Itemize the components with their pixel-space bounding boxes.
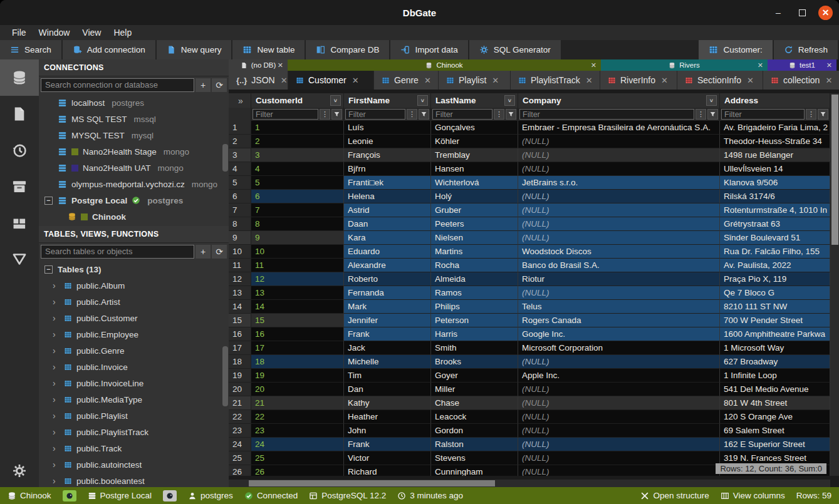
cell-company[interactable]: Google Inc.: [518, 327, 720, 341]
cell-rownum[interactable]: 22: [229, 410, 251, 424]
cell-company[interactable]: (NULL): [518, 286, 720, 300]
cell-firstname[interactable]: Roberto: [344, 272, 431, 286]
cell-rownum[interactable]: 19: [229, 369, 251, 383]
cell-address[interactable]: 1 Microsoft Way: [720, 341, 830, 355]
cell-company[interactable]: (NULL): [518, 451, 720, 465]
cell-lastname[interactable]: Hansen: [431, 162, 518, 176]
cell-customerid[interactable]: 16: [251, 327, 344, 341]
cell-lastname[interactable]: Gordon: [431, 424, 518, 438]
cell-firstname[interactable]: Eduardo: [344, 245, 431, 259]
cell-firstname[interactable]: Franti□ek: [344, 176, 431, 190]
cell-company[interactable]: Telus: [518, 300, 720, 314]
cell-customerid[interactable]: 1: [251, 121, 344, 135]
cell-address[interactable]: 541 Del Medio Avenue: [720, 383, 830, 396]
cell-firstname[interactable]: Helena: [344, 190, 431, 203]
cell-customerid[interactable]: 22: [251, 410, 344, 424]
cell-company[interactable]: Rogers Canada: [518, 314, 720, 327]
cell-rownum[interactable]: 11: [229, 259, 251, 272]
cell-customerid[interactable]: 13: [251, 286, 344, 300]
cell-rownum[interactable]: 4: [229, 162, 251, 176]
cell-rownum[interactable]: 1: [229, 121, 251, 135]
add-connection-plus-button[interactable]: +: [195, 78, 211, 92]
cell-rownum[interactable]: 8: [229, 217, 251, 231]
cell-customerid[interactable]: 26: [251, 465, 344, 476]
vertical-scrollbar[interactable]: [830, 93, 839, 476]
connection-item[interactable]: olympus-medportal.vychozi.czmongo: [39, 176, 229, 192]
tables-refresh-button[interactable]: ⟳: [212, 245, 227, 259]
cell-rownum[interactable]: 15: [229, 314, 251, 327]
cell-customerid[interactable]: 18: [251, 355, 344, 369]
table-item[interactable]: ›public.MediaType: [39, 391, 229, 408]
cell-rownum[interactable]: 3: [229, 148, 251, 162]
cell-firstname[interactable]: Kathy: [344, 396, 431, 410]
close-icon[interactable]: ✕: [591, 61, 597, 69]
cell-address[interactable]: Klanova 9/506: [720, 176, 830, 190]
column-dropdown-icon[interactable]: ˅: [504, 95, 515, 106]
close-icon[interactable]: ✕: [352, 76, 359, 85]
filter-input-firstname[interactable]: [345, 109, 405, 120]
cell-address[interactable]: 69 Salem Street: [720, 424, 830, 438]
cell-company[interactable]: (NULL): [518, 190, 720, 203]
filter-menu-icon[interactable]: ⋮: [320, 109, 330, 120]
close-icon[interactable]: ✕: [424, 76, 431, 85]
funnel-icon[interactable]: [707, 109, 718, 120]
cell-rownum[interactable]: 2: [229, 135, 251, 148]
cell-customerid[interactable]: 23: [251, 424, 344, 438]
cell-rownum[interactable]: 21: [229, 396, 251, 410]
cell-firstname[interactable]: Dan: [344, 383, 431, 396]
maximize-button[interactable]: [795, 5, 810, 20]
cell-lastname[interactable]: Miller: [431, 383, 518, 396]
cell-company[interactable]: (NULL): [518, 203, 720, 217]
tables-search-input[interactable]: [41, 245, 194, 259]
cell-firstname[interactable]: Victor: [344, 451, 431, 465]
filter-menu-icon[interactable]: ⋮: [806, 109, 816, 120]
chevron-right-icon[interactable]: ›: [53, 280, 59, 291]
column-header-customerid[interactable]: CustomerId˅: [251, 93, 344, 108]
table-item[interactable]: ›public.Customer: [39, 310, 229, 326]
tables-scrollbar[interactable]: [222, 346, 228, 406]
close-icon[interactable]: ✕: [825, 76, 832, 85]
cell-customerid[interactable]: 24: [251, 438, 344, 451]
table-item[interactable]: ›public.Playlist: [39, 408, 229, 424]
cell-address[interactable]: Sǐnder Boulevard 51: [720, 231, 830, 245]
connections-scrollbar[interactable]: [222, 144, 228, 172]
close-icon[interactable]: ✕: [826, 61, 832, 69]
cell-address[interactable]: Grétrystraat 63: [720, 217, 830, 231]
cell-lastname[interactable]: Köhler: [431, 135, 518, 148]
cell-address[interactable]: 627 Broadway: [720, 355, 830, 369]
chevron-right-icon[interactable]: ›: [53, 443, 59, 453]
tab-genre[interactable]: Genre✕: [374, 71, 439, 90]
column-dropdown-icon[interactable]: ˅: [417, 95, 428, 106]
cell-rownum[interactable]: 7: [229, 203, 251, 217]
cell-company[interactable]: Woodstock Discos: [518, 245, 720, 259]
cell-rownum[interactable]: 17: [229, 341, 251, 355]
connections-refresh-button[interactable]: ⟳: [212, 78, 227, 92]
column-dropdown-icon[interactable]: ˅: [706, 95, 717, 106]
tables-group[interactable]: −Tables (13): [39, 261, 229, 277]
cell-address[interactable]: 8210 111 ST NW: [720, 300, 830, 314]
cell-address[interactable]: Rua Dr. Falcão Filho, 155: [720, 245, 830, 259]
cell-lastname[interactable]: Rocha: [431, 259, 518, 272]
cell-customerid[interactable]: 11: [251, 259, 344, 272]
cell-address[interactable]: 1498 rue Bélanger: [720, 148, 830, 162]
filter-menu-icon[interactable]: ⋮: [407, 109, 417, 120]
column-dropdown-icon[interactable]: ˅: [330, 95, 341, 106]
tab-playlist[interactable]: Playlist✕: [439, 71, 511, 90]
cell-company[interactable]: Riotur: [518, 272, 720, 286]
cell-lastname[interactable]: Nielsen: [431, 231, 518, 245]
chevron-right-icon[interactable]: ›: [53, 329, 59, 339]
cell-address[interactable]: Av. Brigadeiro Faria Lima, 2: [720, 121, 830, 135]
rail-plugins-icon[interactable]: [0, 205, 39, 241]
cell-address[interactable]: 162 E Superior Street: [720, 438, 830, 451]
connections-search-input[interactable]: [41, 78, 194, 92]
cell-address[interactable]: 1600 Amphitheatre Parkwa: [720, 327, 830, 341]
cell-lastname[interactable]: Brooks: [431, 355, 518, 369]
rail-filter-icon[interactable]: [0, 241, 39, 277]
import-data-button[interactable]: Import data: [390, 40, 467, 59]
table-item[interactable]: ›public.Album: [39, 277, 229, 294]
cell-company[interactable]: Microsoft Corporation: [518, 341, 720, 355]
cell-firstname[interactable]: Kara: [344, 231, 431, 245]
funnel-icon[interactable]: [419, 109, 429, 120]
cell-customerid[interactable]: 7: [251, 203, 344, 217]
close-icon[interactable]: ✕: [281, 76, 288, 85]
